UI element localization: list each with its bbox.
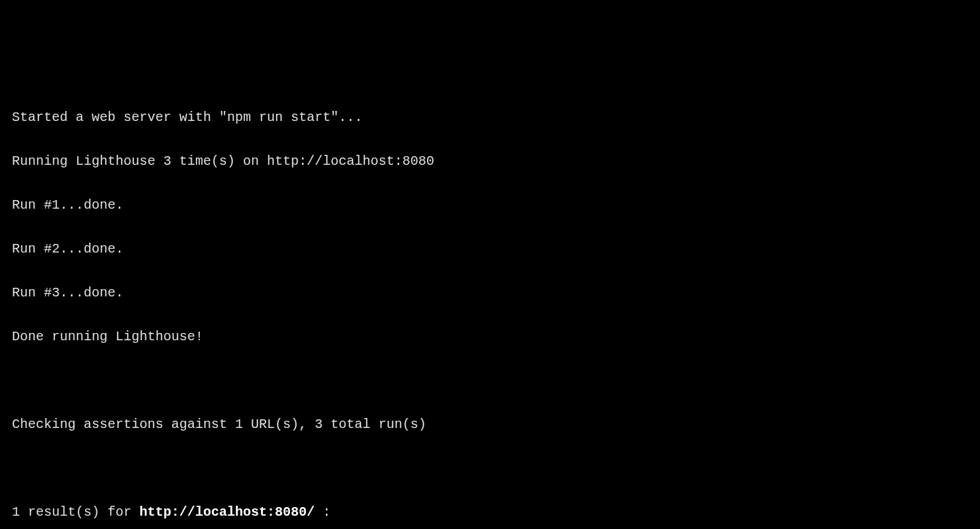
results-url: http://localhost:8080/ <box>139 504 315 520</box>
results-suffix: : <box>315 504 331 520</box>
log-run3: Run #3...done. <box>12 282 968 304</box>
log-done-running: Done running Lighthouse! <box>12 326 968 348</box>
log-results-for: 1 result(s) for http://localhost:8080/ : <box>12 501 968 523</box>
log-checking: Checking assertions against 1 URL(s), 3 … <box>12 413 968 435</box>
blank-line <box>12 457 968 479</box>
blank-line <box>12 370 968 391</box>
log-started: Started a web server with "npm run start… <box>12 106 968 128</box>
results-prefix: 1 result(s) for <box>12 504 139 520</box>
log-run2: Run #2...done. <box>12 238 968 260</box>
log-running: Running Lighthouse 3 time(s) on http://l… <box>12 150 968 172</box>
log-run1: Run #1...done. <box>12 194 968 216</box>
